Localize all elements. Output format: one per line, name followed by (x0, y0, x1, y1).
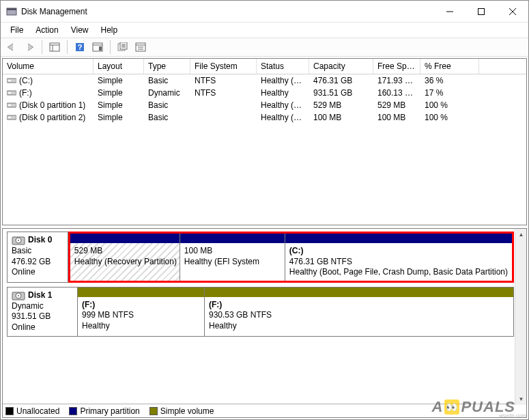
partition[interactable]: 529 MBHealthy (Recovery Partition) (70, 234, 180, 281)
partition-status: Healthy (EFI System (184, 257, 259, 266)
disk-map: Disk 0Basic476.92 GBOnline529 MBHealthy … (2, 228, 527, 418)
maximize-icon (478, 8, 485, 15)
partition-status: Healthy (Boot, Page File, Crash Dump, Ba… (289, 267, 508, 277)
volume-type-cell: Dynamic (144, 87, 190, 98)
svg-rect-28 (8, 104, 11, 106)
volume-pctfree-cell: 100 % (420, 100, 479, 111)
volume-status-cell: Healthy (R... (257, 100, 309, 111)
partition-stripe (205, 288, 513, 297)
partition-body: 529 MBHealthy (Recovery Partition) (70, 243, 180, 281)
col-header-volume[interactable]: Volume (3, 59, 94, 74)
volume-free-cell: 171.93 GB (373, 75, 420, 86)
partition-volume-name: (F:) (82, 300, 95, 309)
app-icon (6, 6, 17, 17)
disk-label[interactable]: Disk 1Dynamic931.51 GBOnline (7, 287, 78, 337)
forward-button[interactable] (21, 40, 38, 55)
titlebar[interactable]: Disk Management (1, 1, 528, 23)
legend-simple: Simple volume (149, 406, 214, 416)
volume-status-cell: Healthy (B... (257, 75, 309, 86)
help-button[interactable]: ? (72, 40, 88, 55)
partition[interactable]: (F:)999 MB NTFSHealthy (78, 288, 204, 336)
svg-point-36 (18, 295, 19, 296)
col-header-pctfree[interactable]: % Free (420, 59, 479, 74)
disk-label[interactable]: Disk 0Basic476.92 GBOnline (7, 232, 68, 283)
svg-rect-1 (7, 8, 16, 10)
volume-list-header: Volume Layout Type File System Status Ca… (3, 59, 526, 74)
settings-button[interactable] (89, 40, 106, 55)
col-header-filesystem[interactable]: File System (190, 59, 257, 74)
menu-help[interactable]: Help (96, 24, 124, 36)
volume-name-cell: (Disk 0 partition 1) (3, 100, 94, 111)
partition-size: 930.53 GB NTFS (209, 310, 272, 320)
partition[interactable]: 100 MBHealthy (EFI System (180, 234, 285, 281)
toolbar-separator (42, 40, 42, 54)
menu-action[interactable]: Action (30, 24, 63, 36)
disk-row: Disk 1Dynamic931.51 GBOnline(F:)999 MB N… (7, 287, 514, 337)
partition-stripe (78, 288, 204, 297)
show-hide-console-button[interactable] (46, 40, 63, 55)
disk-name: Disk 0 (28, 235, 52, 246)
partition[interactable]: (C:)476.31 GB NTFSHealthy (Boot, Page Fi… (285, 234, 512, 281)
back-button[interactable] (3, 40, 20, 55)
scroll-down-button[interactable]: ▼ (515, 393, 527, 405)
volume-type-cell: Basic (144, 100, 190, 111)
unallocated-swatch (5, 407, 14, 415)
svg-text:?: ? (78, 43, 83, 51)
scrollbar[interactable]: ▲ ▼ (515, 229, 526, 405)
col-header-capacity[interactable]: Capacity (309, 59, 373, 74)
scroll-up-button[interactable]: ▲ (515, 229, 527, 240)
col-header-type[interactable]: Type (144, 59, 190, 74)
action-button-2[interactable] (132, 40, 149, 55)
minimize-button[interactable] (434, 1, 466, 23)
legend-label: Primary partition (80, 406, 139, 416)
partition-body: (C:)476.31 GB NTFSHealthy (Boot, Page Fi… (285, 243, 512, 281)
volume-status-cell: Healthy (E... (257, 112, 309, 123)
col-header-layout[interactable]: Layout (94, 59, 144, 74)
disk-row: Disk 0Basic476.92 GBOnline529 MBHealthy … (7, 232, 514, 283)
volume-name-cell: (Disk 0 partition 2) (3, 112, 94, 123)
partition-size: 529 MB (74, 246, 102, 255)
col-header-freespace[interactable]: Free Spa... (373, 59, 420, 74)
partition-stripe (180, 234, 285, 243)
volume-list[interactable]: Volume Layout Type File System Status Ca… (2, 58, 527, 225)
volume-capacity-cell: 931.51 GB (309, 87, 373, 98)
close-button[interactable] (497, 1, 528, 23)
col-header-status[interactable]: Status (257, 59, 309, 74)
menu-view[interactable]: View (66, 24, 94, 36)
volume-row[interactable]: (C:)SimpleBasicNTFSHealthy (B...476.31 G… (3, 74, 526, 87)
close-icon (509, 8, 516, 15)
partitions-container: (F:)999 MB NTFSHealthy(F:)930.53 GB NTFS… (78, 287, 514, 337)
volume-type-cell: Basic (144, 112, 190, 123)
volume-fs-cell: NTFS (190, 75, 257, 86)
volume-row[interactable]: (Disk 0 partition 1)SimpleBasicHealthy (… (3, 99, 526, 111)
watermark-icon: 👀 (444, 400, 459, 415)
disk-capacity: 476.92 GB (12, 257, 63, 268)
volume-layout-cell: Simple (94, 87, 144, 98)
volume-free-cell: 100 MB (373, 112, 420, 123)
menu-file[interactable]: File (5, 24, 29, 36)
volume-row[interactable]: (Disk 0 partition 2)SimpleBasicHealthy (… (3, 111, 526, 124)
volume-row[interactable]: (F:)SimpleDynamicNTFSHealthy931.51 GB160… (3, 87, 526, 99)
partition-status: Healthy (Recovery Partition) (74, 257, 177, 266)
back-arrow-icon (7, 43, 16, 51)
volume-list-body[interactable]: (C:)SimpleBasicNTFSHealthy (B...476.31 G… (3, 74, 526, 225)
partition-status: Healthy (209, 321, 237, 331)
volume-fs-cell (190, 112, 257, 123)
window-title: Disk Management (21, 7, 434, 16)
volume-capacity-cell: 529 MB (309, 100, 373, 111)
action-button-1[interactable] (115, 40, 131, 55)
svg-point-33 (18, 240, 19, 241)
toolbar-separator (67, 40, 68, 54)
volume-layout-cell: Simple (94, 112, 144, 123)
console-icon (49, 42, 60, 52)
primary-swatch (69, 407, 77, 415)
partition[interactable]: (F:)930.53 GB NTFSHealthy (204, 288, 513, 336)
disk-type: Dynamic (12, 301, 73, 312)
window-controls (434, 1, 528, 23)
disk-map-body[interactable]: Disk 0Basic476.92 GBOnline529 MBHealthy … (3, 229, 526, 404)
legend-primary: Primary partition (69, 406, 139, 416)
maximize-button[interactable] (466, 1, 497, 23)
volume-layout-cell: Simple (94, 100, 144, 111)
volume-free-cell: 529 MB (373, 100, 420, 111)
forward-arrow-icon (25, 43, 34, 51)
